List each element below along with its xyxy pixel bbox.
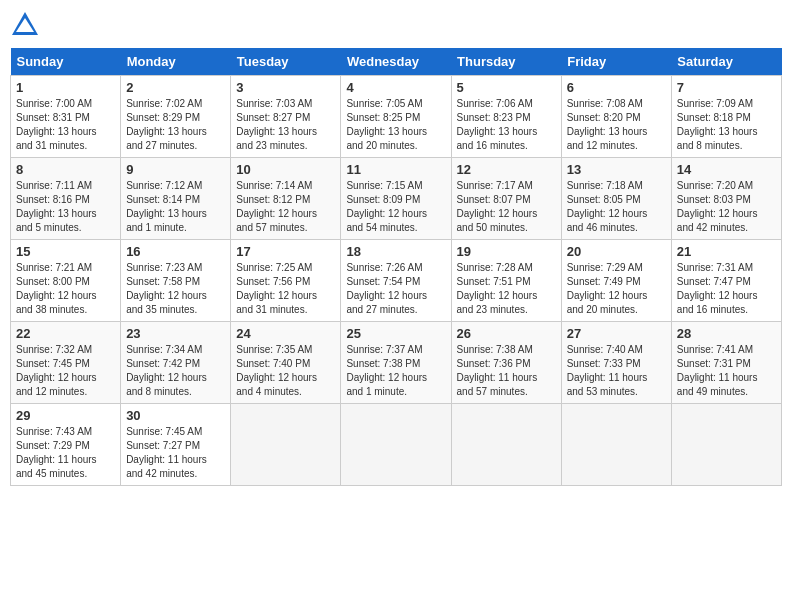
calendar-day-cell [671, 404, 781, 486]
day-info: Sunrise: 7:11 AM Sunset: 8:16 PM Dayligh… [16, 179, 115, 235]
header-day: Saturday [671, 48, 781, 76]
calendar-day-cell: 1 Sunrise: 7:00 AM Sunset: 8:31 PM Dayli… [11, 76, 121, 158]
calendar-day-cell: 30 Sunrise: 7:45 AM Sunset: 7:27 PM Dayl… [121, 404, 231, 486]
calendar-day-cell [231, 404, 341, 486]
calendar-table: SundayMondayTuesdayWednesdayThursdayFrid… [10, 48, 782, 486]
calendar-week-row: 8 Sunrise: 7:11 AM Sunset: 8:16 PM Dayli… [11, 158, 782, 240]
calendar-day-cell: 21 Sunrise: 7:31 AM Sunset: 7:47 PM Dayl… [671, 240, 781, 322]
day-info: Sunrise: 7:31 AM Sunset: 7:47 PM Dayligh… [677, 261, 776, 317]
day-info: Sunrise: 7:17 AM Sunset: 8:07 PM Dayligh… [457, 179, 556, 235]
day-number: 18 [346, 244, 445, 259]
day-info: Sunrise: 7:32 AM Sunset: 7:45 PM Dayligh… [16, 343, 115, 399]
day-number: 17 [236, 244, 335, 259]
day-number: 25 [346, 326, 445, 341]
calendar-day-cell: 3 Sunrise: 7:03 AM Sunset: 8:27 PM Dayli… [231, 76, 341, 158]
calendar-week-row: 29 Sunrise: 7:43 AM Sunset: 7:29 PM Dayl… [11, 404, 782, 486]
day-info: Sunrise: 7:28 AM Sunset: 7:51 PM Dayligh… [457, 261, 556, 317]
calendar-day-cell: 2 Sunrise: 7:02 AM Sunset: 8:29 PM Dayli… [121, 76, 231, 158]
day-number: 7 [677, 80, 776, 95]
day-number: 27 [567, 326, 666, 341]
calendar-day-cell: 23 Sunrise: 7:34 AM Sunset: 7:42 PM Dayl… [121, 322, 231, 404]
day-info: Sunrise: 7:15 AM Sunset: 8:09 PM Dayligh… [346, 179, 445, 235]
header-day: Tuesday [231, 48, 341, 76]
day-info: Sunrise: 7:37 AM Sunset: 7:38 PM Dayligh… [346, 343, 445, 399]
header-day: Thursday [451, 48, 561, 76]
calendar-day-cell: 19 Sunrise: 7:28 AM Sunset: 7:51 PM Dayl… [451, 240, 561, 322]
day-number: 12 [457, 162, 556, 177]
day-number: 16 [126, 244, 225, 259]
logo-icon [10, 10, 40, 40]
calendar-week-row: 22 Sunrise: 7:32 AM Sunset: 7:45 PM Dayl… [11, 322, 782, 404]
day-info: Sunrise: 7:05 AM Sunset: 8:25 PM Dayligh… [346, 97, 445, 153]
calendar-day-cell: 4 Sunrise: 7:05 AM Sunset: 8:25 PM Dayli… [341, 76, 451, 158]
day-number: 4 [346, 80, 445, 95]
day-info: Sunrise: 7:09 AM Sunset: 8:18 PM Dayligh… [677, 97, 776, 153]
day-number: 29 [16, 408, 115, 423]
day-number: 30 [126, 408, 225, 423]
calendar-week-row: 15 Sunrise: 7:21 AM Sunset: 8:00 PM Dayl… [11, 240, 782, 322]
day-number: 5 [457, 80, 556, 95]
calendar-day-cell: 13 Sunrise: 7:18 AM Sunset: 8:05 PM Dayl… [561, 158, 671, 240]
day-number: 26 [457, 326, 556, 341]
calendar-day-cell: 6 Sunrise: 7:08 AM Sunset: 8:20 PM Dayli… [561, 76, 671, 158]
day-number: 3 [236, 80, 335, 95]
calendar-day-cell: 7 Sunrise: 7:09 AM Sunset: 8:18 PM Dayli… [671, 76, 781, 158]
day-info: Sunrise: 7:12 AM Sunset: 8:14 PM Dayligh… [126, 179, 225, 235]
day-number: 21 [677, 244, 776, 259]
day-info: Sunrise: 7:23 AM Sunset: 7:58 PM Dayligh… [126, 261, 225, 317]
day-number: 28 [677, 326, 776, 341]
day-number: 24 [236, 326, 335, 341]
day-number: 2 [126, 80, 225, 95]
day-info: Sunrise: 7:35 AM Sunset: 7:40 PM Dayligh… [236, 343, 335, 399]
calendar-day-cell: 27 Sunrise: 7:40 AM Sunset: 7:33 PM Dayl… [561, 322, 671, 404]
calendar-day-cell: 16 Sunrise: 7:23 AM Sunset: 7:58 PM Dayl… [121, 240, 231, 322]
day-info: Sunrise: 7:26 AM Sunset: 7:54 PM Dayligh… [346, 261, 445, 317]
logo [10, 10, 44, 40]
calendar-day-cell: 10 Sunrise: 7:14 AM Sunset: 8:12 PM Dayl… [231, 158, 341, 240]
day-info: Sunrise: 7:08 AM Sunset: 8:20 PM Dayligh… [567, 97, 666, 153]
calendar-day-cell: 15 Sunrise: 7:21 AM Sunset: 8:00 PM Dayl… [11, 240, 121, 322]
calendar-day-cell: 20 Sunrise: 7:29 AM Sunset: 7:49 PM Dayl… [561, 240, 671, 322]
header-row: SundayMondayTuesdayWednesdayThursdayFrid… [11, 48, 782, 76]
day-number: 1 [16, 80, 115, 95]
calendar-day-cell: 8 Sunrise: 7:11 AM Sunset: 8:16 PM Dayli… [11, 158, 121, 240]
day-number: 9 [126, 162, 225, 177]
calendar-day-cell [561, 404, 671, 486]
calendar-day-cell: 25 Sunrise: 7:37 AM Sunset: 7:38 PM Dayl… [341, 322, 451, 404]
day-number: 8 [16, 162, 115, 177]
day-info: Sunrise: 7:41 AM Sunset: 7:31 PM Dayligh… [677, 343, 776, 399]
calendar-day-cell: 26 Sunrise: 7:38 AM Sunset: 7:36 PM Dayl… [451, 322, 561, 404]
day-number: 10 [236, 162, 335, 177]
day-info: Sunrise: 7:20 AM Sunset: 8:03 PM Dayligh… [677, 179, 776, 235]
calendar-day-cell: 17 Sunrise: 7:25 AM Sunset: 7:56 PM Dayl… [231, 240, 341, 322]
day-info: Sunrise: 7:14 AM Sunset: 8:12 PM Dayligh… [236, 179, 335, 235]
day-number: 6 [567, 80, 666, 95]
header-day: Friday [561, 48, 671, 76]
day-info: Sunrise: 7:02 AM Sunset: 8:29 PM Dayligh… [126, 97, 225, 153]
day-info: Sunrise: 7:34 AM Sunset: 7:42 PM Dayligh… [126, 343, 225, 399]
header-day: Sunday [11, 48, 121, 76]
day-info: Sunrise: 7:43 AM Sunset: 7:29 PM Dayligh… [16, 425, 115, 481]
day-info: Sunrise: 7:38 AM Sunset: 7:36 PM Dayligh… [457, 343, 556, 399]
day-number: 22 [16, 326, 115, 341]
calendar-day-cell: 5 Sunrise: 7:06 AM Sunset: 8:23 PM Dayli… [451, 76, 561, 158]
calendar-day-cell: 29 Sunrise: 7:43 AM Sunset: 7:29 PM Dayl… [11, 404, 121, 486]
calendar-day-cell: 9 Sunrise: 7:12 AM Sunset: 8:14 PM Dayli… [121, 158, 231, 240]
day-info: Sunrise: 7:21 AM Sunset: 8:00 PM Dayligh… [16, 261, 115, 317]
calendar-week-row: 1 Sunrise: 7:00 AM Sunset: 8:31 PM Dayli… [11, 76, 782, 158]
day-number: 13 [567, 162, 666, 177]
day-info: Sunrise: 7:25 AM Sunset: 7:56 PM Dayligh… [236, 261, 335, 317]
day-number: 20 [567, 244, 666, 259]
day-number: 23 [126, 326, 225, 341]
day-number: 19 [457, 244, 556, 259]
day-info: Sunrise: 7:03 AM Sunset: 8:27 PM Dayligh… [236, 97, 335, 153]
day-info: Sunrise: 7:00 AM Sunset: 8:31 PM Dayligh… [16, 97, 115, 153]
day-info: Sunrise: 7:18 AM Sunset: 8:05 PM Dayligh… [567, 179, 666, 235]
calendar-day-cell: 18 Sunrise: 7:26 AM Sunset: 7:54 PM Dayl… [341, 240, 451, 322]
calendar-day-cell: 14 Sunrise: 7:20 AM Sunset: 8:03 PM Dayl… [671, 158, 781, 240]
calendar-day-cell [341, 404, 451, 486]
day-number: 11 [346, 162, 445, 177]
day-info: Sunrise: 7:40 AM Sunset: 7:33 PM Dayligh… [567, 343, 666, 399]
calendar-day-cell: 11 Sunrise: 7:15 AM Sunset: 8:09 PM Dayl… [341, 158, 451, 240]
day-number: 14 [677, 162, 776, 177]
